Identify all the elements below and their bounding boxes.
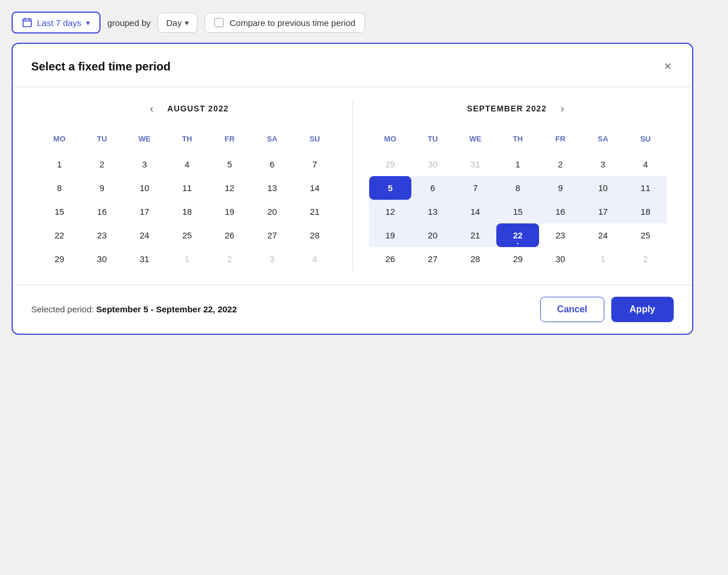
august-grid: MO TU WE TH FR SA SU 1 2 3 4 5 6 7 8 9 1… xyxy=(38,130,336,271)
close-button[interactable]: × xyxy=(662,58,674,75)
sep-header-sa: SA xyxy=(582,130,625,152)
sep-aug31: 31 xyxy=(454,152,497,176)
aug-24[interactable]: 24 xyxy=(123,223,166,247)
sep-19[interactable]: 19 xyxy=(369,223,412,247)
aug-27[interactable]: 27 xyxy=(251,223,294,247)
sep-24[interactable]: 24 xyxy=(582,223,625,247)
aug-12[interactable]: 12 xyxy=(209,176,251,200)
aug-21[interactable]: 21 xyxy=(294,200,336,223)
date-range-button[interactable]: Last 7 days ▾ xyxy=(12,12,101,33)
aug-28[interactable]: 28 xyxy=(294,223,336,247)
sep-23[interactable]: 23 xyxy=(539,223,582,247)
aug-10[interactable]: 10 xyxy=(123,176,166,200)
compare-label: Compare to previous time period xyxy=(229,18,355,28)
svg-rect-0 xyxy=(23,19,31,27)
aug-18[interactable]: 18 xyxy=(166,200,209,223)
aug-16[interactable]: 16 xyxy=(81,200,124,223)
sep-header-fr: FR xyxy=(539,130,582,152)
sep-aug29: 29 xyxy=(369,152,412,176)
sep-2[interactable]: 2 xyxy=(539,152,582,176)
sep-22[interactable]: 22 xyxy=(496,223,539,247)
aug-23[interactable]: 23 xyxy=(81,223,124,247)
sep-5[interactable]: 5 xyxy=(369,176,412,200)
aug-22[interactable]: 22 xyxy=(38,223,81,247)
aug-7[interactable]: 7 xyxy=(294,152,336,176)
aug-6[interactable]: 6 xyxy=(251,152,294,176)
sep-28[interactable]: 28 xyxy=(454,247,497,271)
sep-10[interactable]: 10 xyxy=(582,176,625,200)
day-dropdown[interactable]: Day ▾ xyxy=(158,13,198,33)
aug-31[interactable]: 31 xyxy=(123,247,166,271)
aug-5[interactable]: 5 xyxy=(209,152,251,176)
sep-26[interactable]: 26 xyxy=(369,247,412,271)
sep-7[interactable]: 7 xyxy=(454,176,497,200)
sep-4[interactable]: 4 xyxy=(624,152,667,176)
september-grid: MO TU WE TH FR SA SU 29 30 31 1 2 3 4 5 … xyxy=(369,130,667,271)
sep-11[interactable]: 11 xyxy=(624,176,667,200)
september-calendar-header: SEPTEMBER 2022 › xyxy=(369,101,667,116)
aug-26[interactable]: 26 xyxy=(209,223,251,247)
aug-17[interactable]: 17 xyxy=(123,200,166,223)
sep-18[interactable]: 18 xyxy=(624,200,667,223)
calendar-modal: Select a fixed time period × ‹ AUGUST 20… xyxy=(12,43,693,335)
compare-checkbox-container[interactable]: Compare to previous time period xyxy=(205,13,365,33)
sep-13[interactable]: 13 xyxy=(411,200,454,223)
aug-header-mo: MO xyxy=(38,130,81,152)
sep-17[interactable]: 17 xyxy=(582,200,625,223)
aug-11[interactable]: 11 xyxy=(166,176,209,200)
aug-25[interactable]: 25 xyxy=(166,223,209,247)
selected-period-value: September 5 - September 22, 2022 xyxy=(96,304,237,314)
aug-header-sa: SA xyxy=(251,130,294,152)
aug-29[interactable]: 29 xyxy=(38,247,81,271)
sep-9[interactable]: 9 xyxy=(539,176,582,200)
aug-9[interactable]: 9 xyxy=(81,176,124,200)
prev-month-button[interactable]: ‹ xyxy=(146,101,158,116)
sep-14[interactable]: 14 xyxy=(454,200,497,223)
aug-4[interactable]: 4 xyxy=(166,152,209,176)
next-month-button[interactable]: › xyxy=(556,101,569,116)
sep-8[interactable]: 8 xyxy=(496,176,539,200)
aug-19[interactable]: 19 xyxy=(209,200,251,223)
sep-1[interactable]: 1 xyxy=(496,152,539,176)
sep-15[interactable]: 15 xyxy=(496,200,539,223)
aug-sep1: 1 xyxy=(166,247,209,271)
apply-button[interactable]: Apply xyxy=(611,297,674,322)
aug-header-we: WE xyxy=(123,130,166,152)
aug-3[interactable]: 3 xyxy=(123,152,166,176)
aug-13[interactable]: 13 xyxy=(251,176,294,200)
aug-8[interactable]: 8 xyxy=(38,176,81,200)
aug-20[interactable]: 20 xyxy=(251,200,294,223)
grouped-by-label: grouped by xyxy=(107,18,151,28)
aug-15[interactable]: 15 xyxy=(38,200,81,223)
selected-period: Selected period: September 5 - September… xyxy=(31,304,237,315)
august-calendar: ‹ AUGUST 2022 MO TU WE TH FR SA SU 1 2 3… xyxy=(27,101,348,271)
sep-16[interactable]: 16 xyxy=(539,200,582,223)
sep-header-tu: TU xyxy=(411,130,454,152)
sep-6[interactable]: 6 xyxy=(411,176,454,200)
aug-sep3: 3 xyxy=(251,247,294,271)
sep-20[interactable]: 20 xyxy=(411,223,454,247)
sep-29[interactable]: 29 xyxy=(496,247,539,271)
sep-30[interactable]: 30 xyxy=(539,247,582,271)
sep-3[interactable]: 3 xyxy=(582,152,625,176)
sep-27[interactable]: 27 xyxy=(411,247,454,271)
calendars-container: ‹ AUGUST 2022 MO TU WE TH FR SA SU 1 2 3… xyxy=(13,101,692,285)
sep-oct2: 2 xyxy=(624,247,667,271)
modal-header: Select a fixed time period × xyxy=(13,44,692,87)
aug-14[interactable]: 14 xyxy=(294,176,336,200)
top-bar: Last 7 days ▾ grouped by Day ▾ Compare t… xyxy=(12,12,365,33)
compare-checkbox[interactable] xyxy=(214,18,224,27)
sep-aug30: 30 xyxy=(411,152,454,176)
day-label: Day xyxy=(166,18,182,28)
aug-30[interactable]: 30 xyxy=(81,247,124,271)
sep-25[interactable]: 25 xyxy=(624,223,667,247)
cancel-button[interactable]: Cancel xyxy=(540,297,604,322)
september-calendar: SEPTEMBER 2022 › MO TU WE TH FR SA SU 29… xyxy=(358,101,679,271)
sep-21[interactable]: 21 xyxy=(454,223,497,247)
modal-divider xyxy=(13,87,692,87)
aug-2[interactable]: 2 xyxy=(81,152,124,176)
modal-footer: Selected period: September 5 - September… xyxy=(13,285,692,334)
aug-1[interactable]: 1 xyxy=(38,152,81,176)
sep-12[interactable]: 12 xyxy=(369,200,412,223)
calendar-icon xyxy=(22,17,32,28)
